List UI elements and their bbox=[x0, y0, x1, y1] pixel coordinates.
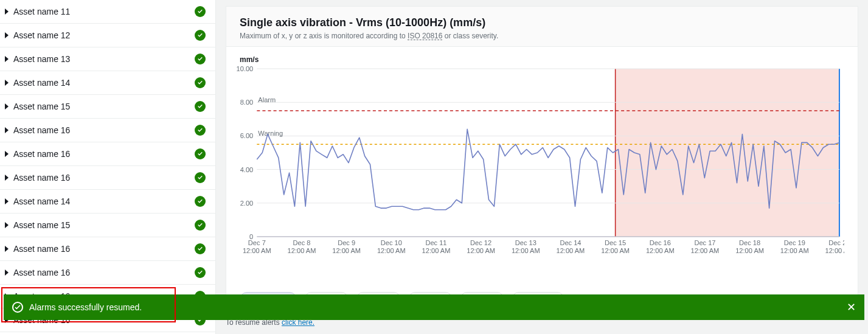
toast-content: Alarms successfully resumed. bbox=[12, 302, 142, 313]
success-toast: Alarms successfully resumed. ✕ bbox=[4, 294, 864, 320]
asset-row[interactable]: Asset name 15 bbox=[0, 95, 215, 119]
caret-right-icon bbox=[5, 175, 9, 181]
svg-text:12:00 AM: 12:00 AM bbox=[288, 247, 316, 254]
iso-link[interactable]: ISO 20816 bbox=[408, 32, 442, 40]
caret-right-icon bbox=[5, 56, 9, 62]
svg-text:4.00: 4.00 bbox=[240, 166, 254, 173]
svg-text:Dec 20: Dec 20 bbox=[828, 239, 844, 246]
asset-row-left: Asset name 12 bbox=[5, 30, 70, 40]
svg-text:Dec 8: Dec 8 bbox=[293, 239, 311, 246]
status-ok-icon bbox=[195, 30, 206, 41]
panel-title: Single axis vibration - Vrms (10-1000Hz)… bbox=[240, 16, 844, 29]
asset-row[interactable]: Asset name 14 bbox=[0, 190, 215, 214]
asset-row-left: Asset name 14 bbox=[5, 78, 70, 88]
close-icon[interactable]: ✕ bbox=[847, 302, 856, 313]
asset-row-left: Asset name 14 bbox=[5, 197, 70, 206]
asset-row-left: Asset name 15 bbox=[5, 220, 70, 230]
asset-row[interactable]: Asset name 12 bbox=[0, 24, 215, 47]
subtitle-pre: Maximum of x, y or z axis is monitored a… bbox=[240, 32, 408, 40]
svg-text:Dec 9: Dec 9 bbox=[338, 239, 355, 246]
asset-name: Asset name 15 bbox=[13, 102, 70, 111]
caret-right-icon bbox=[5, 151, 9, 157]
asset-row[interactable]: Asset name 16 bbox=[0, 142, 215, 166]
asset-name: Asset name 16 bbox=[13, 244, 70, 254]
svg-text:Alarm: Alarm bbox=[258, 96, 276, 103]
asset-row[interactable]: Asset name 16 bbox=[0, 261, 215, 285]
main-content: Single axis vibration - Vrms (10-1000Hz)… bbox=[216, 0, 868, 334]
svg-text:Dec 14: Dec 14 bbox=[560, 239, 581, 246]
svg-text:6.00: 6.00 bbox=[240, 132, 254, 139]
asset-row[interactable]: Asset name 13 bbox=[0, 47, 215, 71]
asset-row-left: Asset name 16 bbox=[5, 173, 70, 183]
svg-text:Dec 7: Dec 7 bbox=[248, 239, 266, 246]
asset-row-left: Asset name 16 bbox=[5, 149, 70, 159]
svg-text:12:00 AM: 12:00 AM bbox=[332, 247, 361, 254]
asset-row[interactable]: Asset name 11 bbox=[0, 0, 215, 24]
caret-right-icon bbox=[5, 270, 9, 276]
status-ok-icon bbox=[195, 148, 206, 159]
caret-right-icon bbox=[5, 222, 9, 228]
caret-right-icon bbox=[5, 80, 9, 86]
asset-row-left: Asset name 16 bbox=[5, 125, 70, 135]
svg-text:12:00 AM: 12:00 AM bbox=[780, 247, 809, 254]
asset-row-left: Asset name 13 bbox=[5, 54, 70, 64]
svg-text:Dec 10: Dec 10 bbox=[381, 239, 402, 246]
status-ok-icon bbox=[195, 196, 206, 207]
panel-header: Single axis vibration - Vrms (10-1000Hz)… bbox=[226, 7, 858, 47]
asset-row-left: Asset name 16 bbox=[5, 244, 70, 254]
subtitle-post: or class severity. bbox=[442, 32, 498, 40]
caret-right-icon bbox=[5, 9, 9, 15]
asset-name: Asset name 15 bbox=[13, 220, 70, 230]
svg-text:12:00 AM: 12:00 AM bbox=[825, 247, 844, 254]
status-ok-icon bbox=[195, 77, 206, 88]
svg-text:10.00: 10.00 bbox=[237, 65, 254, 72]
asset-name: Asset name 16 bbox=[13, 125, 70, 135]
caret-right-icon bbox=[5, 198, 9, 204]
svg-text:12:00 AM: 12:00 AM bbox=[691, 247, 720, 254]
svg-text:Dec 11: Dec 11 bbox=[425, 239, 446, 246]
asset-row-left: Asset name 16 bbox=[5, 268, 70, 277]
svg-text:12:00 AM: 12:00 AM bbox=[601, 247, 630, 254]
caret-right-icon bbox=[5, 103, 9, 110]
asset-row-left: Asset name 11 bbox=[5, 7, 70, 16]
check-circle-icon bbox=[12, 302, 23, 313]
svg-text:12:00 AM: 12:00 AM bbox=[646, 247, 675, 254]
svg-text:Dec 17: Dec 17 bbox=[694, 239, 715, 246]
chart-area: mm/s 02.004.006.008.0010.00AlarmWarningD… bbox=[226, 47, 858, 290]
asset-row[interactable]: Asset name 16 bbox=[0, 237, 215, 261]
status-ok-icon bbox=[195, 267, 206, 278]
caret-right-icon bbox=[5, 246, 9, 252]
toast-message: Alarms successfully resumed. bbox=[29, 302, 142, 312]
asset-name: Asset name 11 bbox=[13, 7, 70, 16]
asset-name: Asset name 14 bbox=[13, 78, 70, 88]
asset-name: Asset name 16 bbox=[13, 173, 70, 183]
vibration-panel: Single axis vibration - Vrms (10-1000Hz)… bbox=[226, 6, 858, 313]
asset-row[interactable]: Asset name 16 bbox=[0, 119, 215, 142]
asset-row[interactable]: Asset name 14 bbox=[0, 71, 215, 95]
svg-text:8.00: 8.00 bbox=[240, 99, 254, 106]
svg-text:Dec 16: Dec 16 bbox=[650, 239, 671, 246]
svg-text:Warning: Warning bbox=[258, 130, 283, 137]
status-ok-icon bbox=[195, 243, 206, 254]
status-ok-icon bbox=[195, 6, 206, 17]
asset-row[interactable]: Asset name 16 bbox=[0, 166, 215, 190]
status-ok-icon bbox=[195, 125, 206, 136]
status-ok-icon bbox=[195, 101, 206, 112]
svg-text:12:00 AM: 12:00 AM bbox=[557, 247, 585, 254]
status-ok-icon bbox=[195, 172, 206, 183]
caret-right-icon bbox=[5, 32, 9, 38]
svg-text:12:00 AM: 12:00 AM bbox=[512, 247, 540, 254]
svg-text:12:00 AM: 12:00 AM bbox=[735, 247, 764, 254]
asset-row[interactable]: Asset name 15 bbox=[0, 214, 215, 237]
svg-text:Dec 19: Dec 19 bbox=[784, 239, 805, 246]
svg-text:Dec 18: Dec 18 bbox=[739, 239, 760, 246]
status-ok-icon bbox=[195, 220, 206, 231]
asset-name: Asset name 13 bbox=[13, 54, 70, 64]
asset-name: Asset name 14 bbox=[13, 197, 70, 206]
panel-subtitle: Maximum of x, y or z axis is monitored a… bbox=[240, 32, 844, 40]
asset-name: Asset name 12 bbox=[13, 30, 70, 40]
caret-right-icon bbox=[5, 127, 9, 133]
svg-text:12:00 AM: 12:00 AM bbox=[422, 247, 451, 254]
svg-text:Dec 13: Dec 13 bbox=[515, 239, 536, 246]
y-axis-label: mm/s bbox=[240, 55, 844, 64]
